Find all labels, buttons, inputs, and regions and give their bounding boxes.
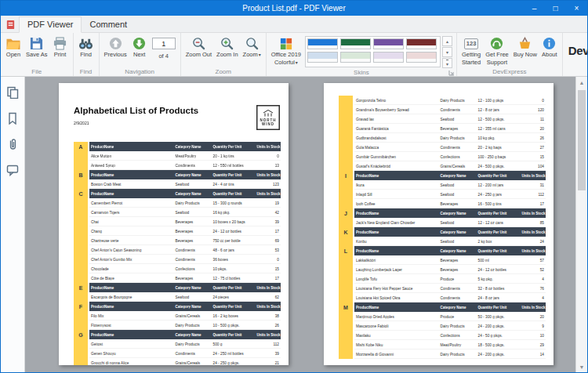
tab-pdf-viewer[interactable]: PDF Viewer: [19, 16, 82, 33]
units-in-stock: 19: [255, 201, 281, 205]
group-label-navigation: Navigation: [100, 67, 180, 77]
category-name: Dairy Products: [173, 342, 211, 346]
category-name: Beverages: [173, 238, 211, 243]
skin-swatch[interactable]: [373, 52, 404, 63]
quantity-per-unit: 20 - 1 kg tins: [211, 154, 255, 158]
product-row: GeitostDairy Products500 g112: [89, 339, 281, 349]
skin-select-button[interactable]: Office 2019 Colorful: [269, 34, 303, 67]
minimize-button[interactable]: –: [524, 1, 545, 16]
zoom-in-button[interactable]: Zoom In: [214, 34, 241, 67]
ribbon-group-skins: Office 2019 Colorful ▴ ▾ ▾ Skins: [267, 33, 457, 76]
product-name: Grandma's Boysenberry Spread: [354, 107, 439, 112]
section-rows: ProductNameCategory NameQuantity Per Uni…: [89, 189, 281, 283]
quantity-per-unit: 750 cc per bottle: [211, 238, 255, 243]
table-header-row: ProductNameCategory NameQuantity Per Uni…: [89, 189, 281, 198]
zoom-button[interactable]: Zoom: [241, 34, 263, 67]
find-button[interactable]: Find: [76, 34, 96, 67]
column-header: Units In Stock: [255, 333, 281, 337]
column-header: Units In Stock: [255, 192, 281, 196]
product-name: Jack's New England Clam Chowder: [354, 220, 439, 225]
magnifier-plus-icon: [220, 36, 234, 51]
quantity-per-unit: 2 kg box: [476, 239, 520, 244]
skin-swatch[interactable]: [406, 52, 437, 63]
previous-button[interactable]: Previous: [102, 34, 129, 67]
column-header: Quantity Per Unit: [476, 230, 520, 234]
column-header: Quantity Per Unit: [211, 286, 255, 290]
comment-bubble-icon: [6, 164, 19, 176]
units-in-stock: 112: [255, 342, 281, 346]
gallery-scroll-down-button[interactable]: ▾: [442, 47, 452, 57]
product-row: Boston Crab MeatSeafood24 - 4 oz tins123: [89, 179, 281, 189]
report-header: Alphabetical List of Products 2/9/2021 N…: [74, 105, 280, 130]
skin-swatch[interactable]: [406, 38, 437, 49]
gallery-expand-button[interactable]: ▾: [442, 58, 452, 68]
units-in-stock: 62: [255, 295, 281, 299]
units-in-stock: 120: [520, 107, 546, 112]
zoom-out-button[interactable]: Zoom Out: [183, 34, 214, 67]
app-body: Alphabetical List of Products 2/9/2021 N…: [1, 77, 587, 372]
scrollbar-thumb[interactable]: [578, 90, 586, 190]
quantity-per-unit: 24 - 500 g pkgs.: [476, 164, 520, 168]
skin-swatch[interactable]: [340, 52, 371, 63]
skin-swatch[interactable]: [373, 38, 404, 49]
product-section: KProductNameCategory NameQuantity Per Un…: [339, 227, 546, 246]
quantity-per-unit: 10 - 500 g pkgs.: [211, 323, 255, 328]
section-rows: ProductNameCategory NameQuantity Per Uni…: [354, 227, 546, 246]
table-header-row: ProductNameCategory NameQuantity Per Uni…: [354, 302, 546, 312]
category-name: Beverages: [438, 267, 476, 272]
gallery-launcher-icon[interactable]: [448, 70, 455, 79]
skin-swatch[interactable]: [307, 38, 338, 49]
maximize-button[interactable]: □: [545, 1, 566, 16]
123-icon: 123: [464, 38, 479, 49]
ribbon: Open Save As Print File Find F: [1, 33, 587, 77]
attachments-panel-button[interactable]: [5, 136, 20, 152]
quantity-per-unit: 12 - 100 g pkgs: [476, 98, 520, 103]
magnifier-icon: [245, 36, 259, 51]
buy-now-button[interactable]: Buy Now: [511, 34, 539, 67]
skins-gallery: ▴ ▾ ▾: [305, 36, 452, 68]
info-icon: [543, 36, 556, 51]
save-as-button[interactable]: Save As: [24, 34, 50, 67]
scroll-up-icon[interactable]: ▲: [576, 77, 587, 88]
gallery-scroll-buttons: ▴ ▾ ▾: [442, 36, 452, 68]
category-name: Confections: [173, 266, 211, 271]
gallery-scroll-up-button[interactable]: ▴: [442, 36, 452, 46]
product-row: ChaiBeverages10 boxes x 20 bags39: [89, 217, 281, 226]
skin-swatch[interactable]: [340, 38, 371, 49]
get-free-support-button[interactable]: Get Free Support: [483, 34, 511, 67]
comments-panel-button[interactable]: [5, 162, 20, 178]
table-header-row: ProductNameCategory NameQuantity Per Uni…: [89, 330, 281, 339]
group-label-skins: Skins: [267, 68, 456, 78]
product-name: Aniseed Syrup: [89, 163, 174, 168]
section-letter: [339, 96, 353, 171]
bookmarks-panel-button[interactable]: [5, 110, 20, 126]
table-header-row: ProductNameCategory NameQuantity Per Uni…: [89, 170, 281, 179]
scroll-down-icon[interactable]: ▼: [576, 361, 587, 372]
tab-comment[interactable]: Comment: [82, 17, 135, 32]
close-button[interactable]: ×: [566, 1, 587, 16]
getting-started-button[interactable]: 123 Getting Started: [459, 34, 483, 67]
app-document-icon: [5, 20, 16, 30]
section-rows: ProductNameCategory NameQuantity Per Uni…: [89, 170, 281, 189]
print-button[interactable]: Print: [50, 34, 71, 67]
category-name: Beverages: [173, 229, 211, 234]
skin-swatch[interactable]: [307, 52, 338, 63]
thumbnails-icon: [6, 86, 19, 99]
group-label-file: File: [1, 67, 73, 77]
column-header: Units In Stock: [520, 174, 546, 178]
magnifier-minus-icon: [192, 36, 205, 51]
column-header: ProductName: [354, 306, 439, 310]
vertical-scrollbar[interactable]: ▲ ▼: [575, 77, 587, 372]
thumbnails-panel-button[interactable]: [5, 85, 20, 100]
product-name: Côte de Blaye: [89, 276, 174, 281]
quantity-per-unit: 12 - 12 oz cans: [476, 220, 520, 225]
quantity-per-unit: 50 - 300 g pkgs.: [476, 314, 520, 319]
next-button[interactable]: Next: [129, 34, 150, 67]
scrollbar-track[interactable]: [576, 88, 587, 361]
product-name: Chang: [89, 229, 174, 234]
category-name: Seafood: [438, 239, 476, 244]
page-number-input[interactable]: [152, 38, 176, 49]
about-button[interactable]: About: [539, 34, 560, 67]
skin-swatch-row-partial: [307, 52, 438, 63]
open-button[interactable]: Open: [3, 34, 24, 67]
